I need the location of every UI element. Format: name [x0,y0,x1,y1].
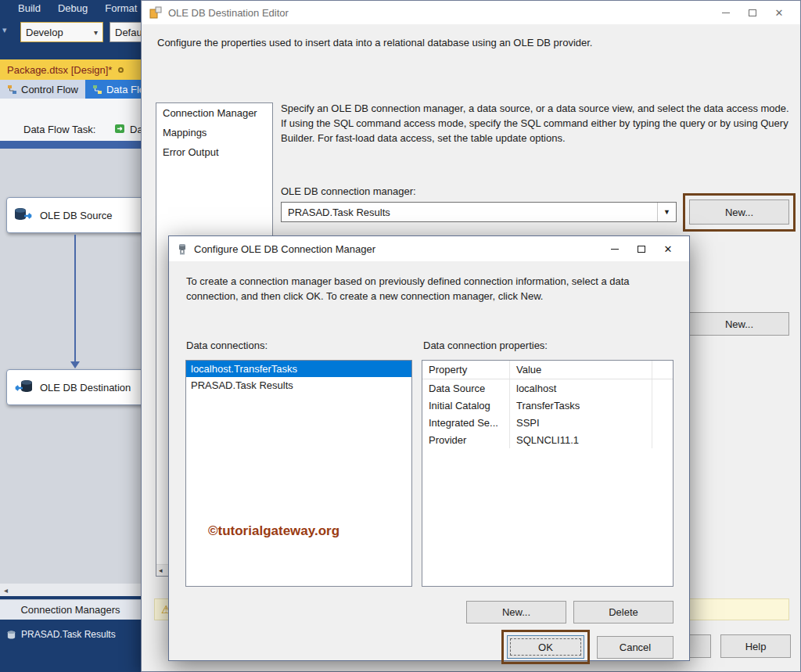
pin-icon[interactable] [118,67,124,73]
grid-header-spacer [652,361,673,379]
connection-manager-db-icon [6,630,16,640]
value-cell: TransferTasks [510,397,652,414]
connection-manager-item-label: PRASAD.Task Results [21,629,116,640]
connection-manager-combobox[interactable]: PRASAD.Task Results ▼ [281,202,677,222]
table-row: Provider SQLNCLI11.1 [422,431,673,448]
menu-item-format[interactable]: Format [96,0,145,17]
list-item-prasad-task-results[interactable]: PRASAD.Task Results [186,377,411,393]
data-connections-label: Data connections: [186,340,268,351]
tab-control-flow[interactable]: Control Flow [0,80,85,99]
value-cell: SQLNCLI11.1 [510,431,652,448]
connection-manager-item[interactable]: PRASAD.Task Results [6,629,116,640]
database-destination-icon [13,379,34,395]
config-dialog-title: Configure OLE DB Connection Manager [194,243,375,255]
menu-item-debug[interactable]: Debug [49,0,96,17]
property-cell: Data Source [422,379,510,397]
connection-managers-panel: PRASAD.Task Results [0,620,141,672]
help-button[interactable]: Help [720,634,791,658]
property-cell: Provider [422,431,510,448]
property-cell: Initial Catalog [422,397,510,414]
grid-header-row: Property Value [422,361,673,379]
nav-item-mappings[interactable]: Mappings [156,123,272,142]
toolbar-overflow-icon[interactable]: ▾ [2,25,7,35]
configure-connection-manager-dialog: Configure OLE DB Connection Manager ✕ To… [168,235,690,661]
property-cell: Integrated Se... [422,414,510,431]
row-spacer [652,414,673,431]
table-row: Integrated Se... SSPI [422,414,673,431]
designer-hscrollbar[interactable]: ◂ [0,584,141,596]
minimize-icon[interactable] [713,2,739,23]
maximize-icon[interactable] [628,238,655,260]
list-item-localhost-transfertasks[interactable]: localhost.TransferTasks [186,361,411,377]
new-secondary-button[interactable]: New... [689,312,789,336]
maximize-icon[interactable] [739,2,766,23]
screen: Build Debug Format ▾ Develop ▾ Default P… [0,0,801,672]
connection-managers-header[interactable]: Connection Managers [0,599,141,620]
watermark-text: ©tutorialgateway.org [208,523,339,539]
component-label: OLE DB Destination [40,382,131,393]
develop-combobox-value: Develop [26,27,63,38]
control-flow-icon [7,84,17,95]
close-icon[interactable]: ✕ [655,238,681,260]
document-tab-label: Package.dtsx [Design]* [7,64,112,76]
ole-db-destination-component[interactable]: OLE DB Destination [6,369,163,405]
ole-db-destination-editor-icon [149,6,162,19]
data-flow-path[interactable] [74,235,76,361]
tab-control-flow-label: Control Flow [21,84,78,95]
editor-titlebar[interactable]: OLE DB Destination Editor ✕ [142,1,800,24]
data-flow-task-bar: Data Flow Task: Data Flow Task [0,99,141,141]
delete-button[interactable]: Delete [573,601,673,623]
table-row: Data Source localhost [422,379,673,397]
ole-db-source-component[interactable]: OLE DB Source [6,197,163,233]
nav-item-error-output[interactable]: Error Output [156,142,272,162]
data-connections-listbox: localhost.TransferTasks PRASAD.Task Resu… [185,360,412,587]
ok-button[interactable]: OK [507,635,584,659]
value-cell: SSPI [510,414,652,431]
document-tab-package[interactable]: Package.dtsx [Design]* [0,59,141,80]
editor-description: Configure the properties used to insert … [157,37,777,49]
data-flow-task-label: Data Flow Task: [23,124,95,135]
data-flow-path-arrowhead [70,361,80,368]
designer-scrollbar-horizontal[interactable] [0,141,141,149]
connection-manager-combobox-value: PRASAD.Task Results [288,207,390,218]
component-label: OLE DB Source [40,210,113,221]
connection-manager-dialog-icon [177,243,188,255]
grid-header-value: Value [510,361,652,379]
minimize-icon[interactable] [602,238,628,260]
dropdown-arrow-icon[interactable]: ▼ [657,203,676,221]
ole-db-connection-manager-label: OLE DB connection manager: [281,185,416,197]
row-spacer [652,431,673,448]
menu-item-build[interactable]: Build [9,0,49,17]
row-spacer [652,379,673,397]
develop-combobox[interactable]: Develop ▾ [20,22,103,42]
connection-managers-header-label: Connection Managers [20,604,120,616]
chevron-down-icon: ▾ [89,28,98,37]
new-connection-button[interactable]: New... [689,199,789,225]
config-titlebar[interactable]: Configure OLE DB Connection Manager ✕ [169,236,689,261]
data-connection-properties-label: Data connection properties: [423,340,548,351]
scroll-left-icon[interactable]: ◂ [156,566,163,574]
data-flow-task-icon [114,123,126,135]
nav-item-connection-manager[interactable]: Connection Manager [156,103,272,123]
data-flow-icon [92,84,102,95]
new-button[interactable]: New... [466,601,566,623]
editor-dialog-title: OLE DB Destination Editor [168,7,289,19]
grid-header-property: Property [422,361,510,379]
vs-toolbar: ▾ Develop ▾ Default [0,19,141,45]
close-icon[interactable]: ✕ [766,2,792,23]
connection-manager-panel-text: Specify an OLE DB connection manager, a … [281,101,789,146]
scroll-left-icon[interactable]: ◂ [0,586,8,595]
designer-tabs: Control Flow Data Flow [0,80,156,99]
table-row: Initial Catalog TransferTasks [422,397,673,414]
row-spacer [652,397,673,414]
cancel-button[interactable]: Cancel [597,636,673,659]
database-source-icon [13,207,34,223]
connection-properties-grid: Property Value Data Source localhost Ini… [422,360,673,587]
value-cell: localhost [510,379,652,397]
config-description: To create a connection manager based on … [186,274,674,304]
